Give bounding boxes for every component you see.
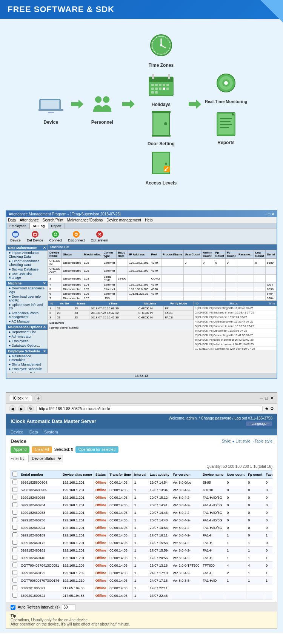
sidebar-dept[interactable]: ● Department List [6,330,48,334]
filter-select[interactable]: Device Status [28,455,63,462]
nav-device[interactable]: Device [11,430,23,434]
feature-realtime: Real-Time Monitoring [205,71,247,104]
sidebar-download-logs[interactable]: ● Download attendance logs [6,286,48,294]
toolbar-connect[interactable]: Connect [48,230,64,243]
iclock-header: iClock Automatic Data Master Server Welc… [6,414,277,429]
bookmark-icon[interactable]: ★ [265,406,269,411]
add-tab-icon[interactable]: + [34,394,42,402]
col-check [11,470,19,479]
sidebar-admin[interactable]: ● Administrator [6,334,48,339]
toolbar-exit[interactable]: Exit system [89,230,110,243]
refresh-button[interactable]: ↻ [27,405,34,412]
svg-rect-28 [155,91,158,94]
row-checkbox[interactable] [12,585,17,590]
sidebar-usb[interactable]: ● Use Usb Disk Manage [6,272,48,280]
append-btn[interactable]: Append [11,446,29,453]
url-bar[interactable]: http://192.168.1.88:8082/iclock/data/icl… [36,406,263,412]
sidebar-upload-user[interactable]: ● Upload user info and FP [6,303,48,311]
device-label: Device [44,120,58,125]
language-btn[interactable]: -- Language -- [246,421,272,426]
sidebar-section-data[interactable]: Data Maintenance✕ [6,245,48,251]
tab-aclog[interactable]: AC Log [30,223,48,229]
row-checkbox[interactable] [12,510,17,515]
row-checkbox[interactable] [12,495,17,500]
tab-employees[interactable]: Employees [6,223,30,229]
sidebar-db[interactable]: ● Database Option... [6,343,48,348]
row-checkbox[interactable] [12,540,17,545]
iclock-app-title: iClock Automatic Data Master Server [11,418,96,424]
timezones-label: Time Zones [149,63,174,68]
row-checkbox[interactable] [12,570,17,575]
menu-help[interactable]: Help [145,218,153,222]
auto-refresh-checkbox[interactable] [11,605,15,610]
realtime-icon [213,71,239,97]
op-for-selected-btn[interactable]: Operation for selected [75,446,118,453]
row-checkbox[interactable] [12,593,17,598]
tab-close-icon[interactable]: ✕ [25,396,28,400]
sidebar-export[interactable]: ● Export Attendance Checking Data [6,259,48,267]
tab-report[interactable]: Report [48,223,65,229]
col-machineno: MachineNo. [83,250,102,259]
row-checkbox[interactable] [12,480,17,484]
forward-button[interactable]: ▶ [18,405,25,412]
center-icons: Time Zones [138,30,184,186]
menu-attendance[interactable]: Attendance [20,218,39,222]
auto-refresh-bar: Auto Refresh Interval: (s) [6,603,277,612]
maximize-icon[interactable]: □ [265,395,268,401]
sidebar-section-maintenance[interactable]: Maintenance/Options✕ [6,324,48,330]
row-checkbox[interactable] [12,547,17,552]
svg-rect-25 [163,88,165,90]
sidebar-backup[interactable]: ● Backup Database [6,267,48,272]
device-icon [38,91,64,117]
svg-rect-53 [14,236,17,237]
select-all-checkbox[interactable] [12,472,17,476]
sidebar-emp-schedule[interactable]: ● Employee Schedule [6,367,48,371]
menu-search[interactable]: Search/Print [43,218,63,222]
svg-rect-15 [152,74,154,79]
menu-device-mgmt[interactable]: Device management [106,218,141,222]
row-checkbox[interactable] [12,555,17,560]
sidebar-att-rule[interactable]: ● Attendance Rule [6,371,48,373]
row-checkbox[interactable] [12,517,17,522]
toolbar-disconnect[interactable]: Disconnect [66,230,86,243]
sidebar-photo[interactable]: ● Attendance Photo Management [6,311,48,319]
settings-icon[interactable]: ⚙ [270,406,274,411]
toolbar-device[interactable]: Device [9,230,22,243]
browser-tab-iclock[interactable]: iClock ✕ [9,395,32,401]
feature-personnel: Personnel [87,91,117,125]
sidebar-section-schedule[interactable]: Employee Schedule✕ [6,349,48,354]
sidebar-ac[interactable]: ● AC Manage [6,319,48,324]
row-checkbox[interactable] [12,578,17,583]
clear-all-btn[interactable]: Clear All [32,446,52,453]
row-checkbox[interactable] [12,502,17,507]
sidebar-import[interactable]: ● Import Attendance Checking Data [6,251,48,259]
row-checkbox[interactable] [12,563,17,567]
sidebar-section-machine[interactable]: Machine✕ [6,281,48,286]
svg-rect-21 [166,84,169,86]
toolbar-del-device[interactable]: Del Device [25,230,45,243]
minimize-icon[interactable]: ─ [260,395,263,401]
sw-window-controls: ─ □ ✕ [264,212,274,216]
sidebar-employees[interactable]: ● Employees [6,339,48,343]
nav-data[interactable]: Data [29,430,38,434]
svg-rect-24 [159,88,161,90]
menu-data[interactable]: Data [8,218,16,222]
toolbar-del-label: Del Device [27,238,43,242]
row-checkbox[interactable] [12,487,17,492]
close-window-icon[interactable]: ✕ [270,395,274,401]
back-button[interactable]: ◀ [9,405,16,412]
menu-maintenance[interactable]: Maintenance/Options [67,218,103,222]
row-checkbox[interactable] [12,532,17,537]
sw-sidebar: Data Maintenance✕ ● Import Attendance Ch… [6,244,48,373]
sidebar-download-user[interactable]: ● Download user info and Fp [6,294,48,303]
nav-system[interactable]: System [44,430,58,434]
style-toggle[interactable]: Style: ● List style ○ Table style [222,439,272,443]
interval-input[interactable] [62,604,75,610]
col-passmo: Passmo... [237,250,254,259]
row-checkbox[interactable] [12,525,17,530]
sidebar-shifts[interactable]: ● Shifts Management [6,362,48,367]
sw-statusbar: 16:53:13 [6,373,277,378]
col-alias: Device alias name [61,470,94,479]
sw-title: Attendance Management Program - [ Teng-S… [9,212,121,216]
sidebar-timetable[interactable]: ● Maintenance Timetables [6,354,48,362]
